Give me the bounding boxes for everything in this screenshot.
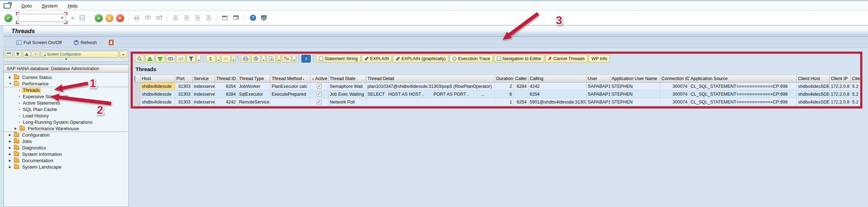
active-checkbox[interactable]: ✓ (317, 84, 321, 89)
tree-window-icon[interactable] (5, 51, 13, 58)
cell-calling[interactable]: 4242 (528, 83, 586, 90)
menu-help[interactable]: Help (63, 2, 83, 9)
up-button[interactable]: ∧ (105, 14, 114, 22)
cell-thread-method[interactable]: ExecutePrepared (270, 90, 310, 98)
chevron-right-icon[interactable]: ▶ (9, 165, 14, 169)
col-header-caller[interactable]: Caller (514, 75, 528, 83)
row-selector[interactable] (133, 98, 140, 106)
col-header-service[interactable]: Service (192, 75, 215, 83)
cell-client[interactable]: 5.2 (851, 90, 860, 98)
col-header-calling[interactable]: Calling (528, 75, 586, 83)
tree-item-system-information[interactable]: ▶System Information (4, 151, 128, 157)
cell-connection-id[interactable]: 300074 (660, 98, 689, 106)
cell-thread-type[interactable]: JobWorker (237, 83, 270, 90)
cell-thread-method[interactable]: PlanExecutor calc (270, 83, 310, 90)
chevron-right-icon[interactable]: ▶ (9, 146, 14, 149)
tree-item-current-status[interactable]: ▶Current Status (4, 74, 128, 80)
cell-duration[interactable]: 2 (495, 83, 514, 90)
col-header-duration[interactable]: Duration (495, 75, 514, 83)
tree-item-expensive-statements[interactable]: ·Expensive Statements (4, 93, 128, 100)
chevron-down-icon[interactable]: ▼ (9, 82, 14, 85)
select-all-header[interactable] (133, 75, 140, 83)
find-next-icon[interactable] (154, 14, 163, 22)
sum-icon[interactable]: Σ (206, 55, 215, 63)
cell-client-ip[interactable]: 172.2.0.8 (829, 83, 851, 90)
tree-item-performance[interactable]: ▼Performance (4, 80, 128, 87)
cell-port[interactable]: 31303 (175, 83, 192, 90)
cell-user[interactable]: SAPABAP1 (586, 90, 610, 98)
customize-layout-icon[interactable] (260, 14, 268, 22)
next-page-icon[interactable] (193, 14, 202, 22)
cell-client-host[interactable]: shdbs4idesSDE (796, 83, 829, 90)
col-header-application-source[interactable]: Application Source (689, 75, 796, 83)
tree-item-documentation[interactable]: ▶Documentation (4, 157, 128, 164)
tree-grid-icon[interactable] (32, 51, 40, 58)
sort-ascending-icon[interactable] (145, 55, 154, 63)
help-icon[interactable]: ? (249, 14, 257, 22)
export-dropdown-icon[interactable]: ▼ (277, 55, 281, 63)
cell-port[interactable]: 31303 (175, 98, 192, 106)
tree-item-load-history[interactable]: ·Load History (4, 112, 128, 119)
tree-sort-up-icon[interactable] (23, 51, 31, 58)
filter-dropdown-icon[interactable]: ▼ (197, 55, 201, 63)
tree-item-diagnostics[interactable]: ▶Diagnostics (4, 144, 128, 151)
cell-caller[interactable] (514, 90, 528, 98)
cell-application-user-name[interactable]: STEPHEN (610, 90, 660, 98)
explain-button[interactable]: EXPLAIN (362, 55, 392, 63)
cell-thread-detail[interactable] (366, 98, 495, 106)
col-header-client[interactable]: Client (851, 75, 860, 83)
cell-thread-type[interactable]: SqlExecutor (237, 90, 270, 98)
active-checkbox[interactable]: ✓ (317, 100, 321, 104)
table-row[interactable]: shdbs4idessde 31303 indexserver 6284 Sql… (133, 90, 860, 98)
cell-service[interactable]: indexserver (192, 83, 215, 90)
chevron-right-icon[interactable]: ▶ (9, 140, 14, 143)
tree-item-long-running-system-operations[interactable]: ·Long-Running System Operations (4, 119, 128, 125)
back-button[interactable]: « (95, 14, 103, 22)
row-selector[interactable] (133, 83, 140, 90)
log-button[interactable] (109, 40, 114, 45)
cell-connection-id[interactable]: 300074 (660, 83, 689, 90)
cell-connection-id[interactable]: 300074 (660, 90, 689, 98)
col-header-application-user-name[interactable]: Application User Name (610, 75, 660, 83)
col-header-thread-type[interactable]: Thread Type (237, 75, 270, 83)
cell-client-host[interactable]: shdbs4idesSDE (796, 98, 829, 106)
details-icon[interactable] (135, 55, 144, 63)
full-screen-toggle-button[interactable]: Full Screen On/Off (16, 40, 62, 45)
cell-thread-detail[interactable]: plan1010347@shdbs4idessde:31303/pop5 (Ro… (366, 83, 495, 90)
cell-service[interactable]: indexserver (192, 98, 215, 106)
new-session-icon[interactable] (221, 14, 230, 22)
subtotal-icon[interactable]: % (221, 55, 231, 63)
cell-calling[interactable]: 6254 (528, 90, 586, 98)
previous-page-icon[interactable] (182, 14, 191, 22)
views-dropdown-icon[interactable]: ▼ (262, 55, 265, 63)
chevron-right-icon[interactable]: ▶ (15, 127, 20, 130)
col-header-client-ip[interactable]: Client IP (829, 75, 851, 83)
tree-item-sql-plan-cache[interactable]: ·SQL Plan Cache (4, 106, 128, 112)
tree-expand-dropdown-icon[interactable]: ▼ (5, 58, 127, 61)
views-icon[interactable] (251, 55, 261, 63)
system-menu-icon[interactable] (4, 3, 11, 9)
table-row[interactable]: shdbs4idessde 31303 indexserver 4242 Rem… (133, 98, 860, 106)
execution-trace-button[interactable]: Execution Trace (449, 55, 493, 63)
col-header-thread-id[interactable]: Thread ID (215, 75, 237, 83)
cell-thread-id[interactable]: 6284 (215, 90, 237, 98)
cell-service[interactable]: indexserver (192, 90, 215, 98)
cell-thread-state[interactable]: Network Poll (328, 98, 366, 106)
cell-duration[interactable]: 6 (495, 90, 514, 98)
cell-duration[interactable]: 1 (495, 98, 514, 106)
row-selector[interactable] (133, 90, 140, 98)
cell-client[interactable]: 5.2 (851, 83, 860, 90)
cell-calling[interactable]: 5901@shdbs4idessde:31303 (528, 98, 586, 106)
enter-button[interactable]: ✓ (4, 14, 12, 22)
last-page-icon[interactable] (204, 14, 213, 22)
cell-host[interactable]: shdbs4idessde (140, 83, 175, 90)
cell-port[interactable]: 31303 (175, 90, 192, 98)
col-header-connection-id[interactable]: Connection ID (660, 75, 689, 83)
tree-item-jobs[interactable]: ▶Jobs (4, 138, 128, 144)
cell-application-source[interactable]: CL_SQL_STATEMENT==============CP:698 (689, 98, 796, 106)
export-icon[interactable] (267, 55, 276, 63)
cell-client-host[interactable]: shdbs4idesSDE (796, 90, 829, 98)
sum-dropdown-icon[interactable]: ▼ (216, 55, 220, 63)
find-next-icon[interactable] (176, 55, 185, 63)
chevron-right-icon[interactable]: ▶ (9, 153, 14, 156)
